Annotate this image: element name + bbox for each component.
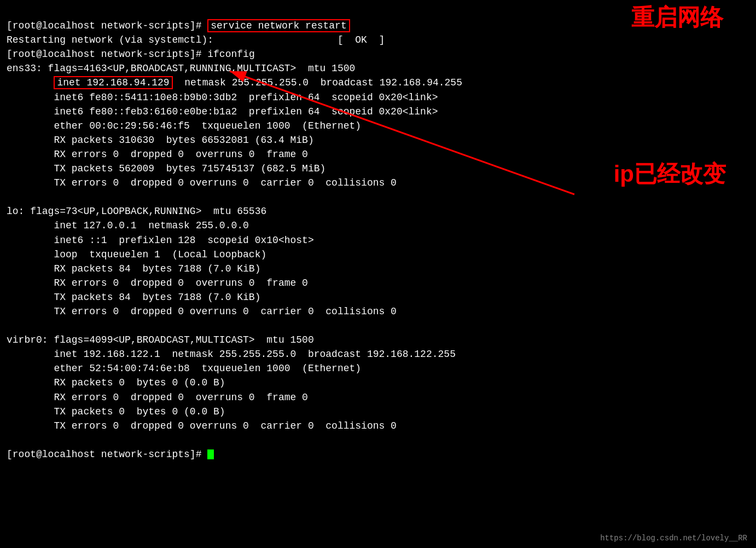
terminal-line: TX packets 0 bytes 0 (0.0 B): [7, 405, 749, 419]
terminal-line: lo: flags=73<UP,LOOPBACK,RUNNING> mtu 65…: [7, 204, 749, 218]
terminal-line: inet6 fe80::feb3:6160:e0be:b1a2 prefixle…: [7, 105, 749, 119]
terminal-output: [root@localhost network-scripts]# servic…: [0, 0, 756, 466]
inet-address-highlighted: inet 192.168.94.129: [54, 76, 172, 89]
terminal-line: Restarting network (via systemctl): [ OK…: [7, 33, 749, 47]
terminal-line: loop txqueuelen 1 (Local Loopback): [7, 247, 749, 262]
terminal-line: ether 52:54:00:74:6e:b8 txqueuelen 1000 …: [7, 361, 749, 376]
prompt-text: [root@localhost network-scripts]#: [7, 20, 207, 31]
terminal-line: [7, 433, 749, 447]
inet-suffix: netmask 255.255.255.0 broadcast 192.168.…: [173, 77, 462, 88]
highlighted-command: service network restart: [207, 19, 350, 32]
annotation-restart: 重启网络: [631, 2, 723, 33]
terminal-line: TX errors 0 dropped 0 overruns 0 carrier…: [7, 419, 749, 433]
terminal-line: inet6 ::1 prefixlen 128 scopeid 0x10<hos…: [7, 233, 749, 247]
terminal-line: [7, 190, 749, 204]
terminal-line: TX packets 84 bytes 7188 (7.0 KiB): [7, 290, 749, 304]
terminal-line: RX errors 0 dropped 0 overruns 0 frame 0: [7, 390, 749, 405]
terminal-line: [root@localhost network-scripts]#: [7, 447, 749, 462]
terminal-line: RX packets 84 bytes 7188 (7.0 KiB): [7, 262, 749, 276]
terminal-line: inet 192.168.122.1 netmask 255.255.255.0…: [7, 347, 749, 361]
terminal-line: [root@localhost network-scripts]# ifconf…: [7, 47, 749, 61]
terminal-line: inet 127.0.0.1 netmask 255.0.0.0: [7, 218, 749, 233]
terminal-line: inet 192.168.94.129 netmask 255.255.255.…: [7, 76, 749, 90]
command-text: ifconfig: [207, 49, 254, 60]
terminal-line: RX packets 310630 bytes 66532081 (63.4 M…: [7, 133, 749, 147]
terminal-line: ens33: flags=4163<UP,BROADCAST,RUNNING,M…: [7, 61, 749, 76]
cursor: [207, 449, 214, 459]
terminal-line: RX packets 0 bytes 0 (0.0 B): [7, 376, 749, 390]
footer-url: https://blog.csdn.net/lovely__RR: [600, 534, 747, 543]
terminal-line: [7, 319, 749, 333]
prompt-text: [root@localhost network-scripts]#: [7, 49, 207, 60]
terminal-line: ether 00:0c:29:56:46:f5 txqueuelen 1000 …: [7, 119, 749, 133]
terminal-line: RX errors 0 dropped 0 overruns 0 frame 0: [7, 276, 749, 290]
prompt-text: [root@localhost network-scripts]#: [7, 449, 207, 460]
terminal-line: inet6 fe80::5411:10e8:b9b0:3db2 prefixle…: [7, 90, 749, 105]
terminal-line: virbr0: flags=4099<UP,BROADCAST,MULTICAS…: [7, 333, 749, 347]
annotation-ip: ip已经改变: [614, 159, 726, 189]
terminal-line: TX errors 0 dropped 0 overruns 0 carrier…: [7, 304, 749, 319]
